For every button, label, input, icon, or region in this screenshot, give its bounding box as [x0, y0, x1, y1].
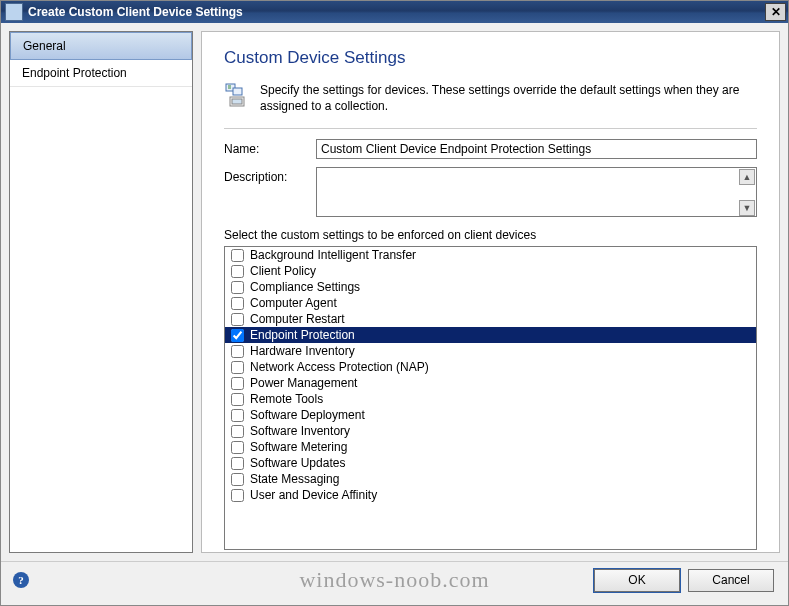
settings-item[interactable]: Compliance Settings [225, 279, 756, 295]
name-row: Name: [224, 139, 757, 159]
settings-item-label: Background Intelligent Transfer [250, 248, 416, 262]
intro-text: Specify the settings for devices. These … [260, 82, 757, 114]
dialog-body: GeneralEndpoint Protection Custom Device… [1, 23, 788, 561]
scroll-down-button[interactable]: ▼ [739, 200, 755, 216]
settings-item[interactable]: Computer Restart [225, 311, 756, 327]
window-system-icon [5, 3, 23, 21]
settings-item[interactable]: Remote Tools [225, 391, 756, 407]
sidebar-nav: GeneralEndpoint Protection [9, 31, 193, 553]
settings-item-checkbox[interactable] [231, 441, 244, 454]
settings-item-label: Remote Tools [250, 392, 323, 406]
settings-item[interactable]: Background Intelligent Transfer [225, 247, 756, 263]
settings-item[interactable]: Software Metering [225, 439, 756, 455]
settings-item-label: Network Access Protection (NAP) [250, 360, 429, 374]
description-label: Description: [224, 167, 316, 184]
name-input[interactable] [316, 139, 757, 159]
sidebar: GeneralEndpoint Protection [1, 23, 201, 561]
help-icon: ? [18, 574, 24, 586]
sidebar-item-endpoint-protection[interactable]: Endpoint Protection [10, 60, 192, 87]
sidebar-item-label: General [23, 39, 66, 53]
chevron-up-icon: ▲ [743, 172, 752, 182]
settings-item-label: Software Updates [250, 456, 345, 470]
settings-listbox[interactable]: Background Intelligent TransferClient Po… [224, 246, 757, 550]
settings-item[interactable]: Hardware Inventory [225, 343, 756, 359]
settings-item[interactable]: User and Device Affinity [225, 487, 756, 503]
settings-item[interactable]: Software Deployment [225, 407, 756, 423]
devices-icon [224, 82, 250, 108]
chevron-down-icon: ▼ [743, 203, 752, 213]
scroll-up-button[interactable]: ▲ [739, 169, 755, 185]
settings-item[interactable]: Computer Agent [225, 295, 756, 311]
close-button[interactable]: ✕ [765, 3, 786, 21]
sidebar-item-label: Endpoint Protection [22, 66, 127, 80]
ok-button[interactable]: OK [594, 569, 680, 592]
settings-item[interactable]: Software Inventory [225, 423, 756, 439]
settings-item-label: Compliance Settings [250, 280, 360, 294]
settings-item-checkbox[interactable] [231, 489, 244, 502]
watermark-text: windows-noob.com [299, 567, 489, 593]
settings-item-checkbox[interactable] [231, 377, 244, 390]
settings-item-checkbox[interactable] [231, 457, 244, 470]
settings-item-checkbox[interactable] [231, 265, 244, 278]
settings-item-label: Hardware Inventory [250, 344, 355, 358]
intro-row: Specify the settings for devices. These … [224, 82, 757, 114]
settings-item-label: User and Device Affinity [250, 488, 377, 502]
page-title: Custom Device Settings [224, 48, 757, 68]
footer: ? windows-noob.com OK Cancel [1, 561, 788, 598]
settings-item[interactable]: Network Access Protection (NAP) [225, 359, 756, 375]
sidebar-item-general[interactable]: General [10, 32, 192, 60]
settings-item-checkbox[interactable] [231, 473, 244, 486]
settings-item-checkbox[interactable] [231, 281, 244, 294]
settings-item[interactable]: State Messaging [225, 471, 756, 487]
settings-item[interactable]: Client Policy [225, 263, 756, 279]
settings-item[interactable]: Endpoint Protection [225, 327, 756, 343]
settings-item-label: State Messaging [250, 472, 339, 486]
settings-item-checkbox[interactable] [231, 297, 244, 310]
settings-item-checkbox[interactable] [231, 425, 244, 438]
settings-item-label: Power Management [250, 376, 357, 390]
settings-item-checkbox[interactable] [231, 393, 244, 406]
help-button[interactable]: ? [13, 572, 29, 588]
separator [224, 128, 757, 129]
settings-item-label: Computer Restart [250, 312, 345, 326]
settings-item-label: Endpoint Protection [250, 328, 355, 342]
settings-item-label: Software Metering [250, 440, 347, 454]
cancel-button[interactable]: Cancel [688, 569, 774, 592]
settings-item-checkbox[interactable] [231, 249, 244, 262]
settings-item-checkbox[interactable] [231, 361, 244, 374]
name-label: Name: [224, 139, 316, 156]
settings-item-checkbox[interactable] [231, 345, 244, 358]
settings-item-checkbox[interactable] [231, 329, 244, 342]
description-row: Description: ▲ ▼ [224, 167, 757, 220]
settings-item-checkbox[interactable] [231, 409, 244, 422]
settings-item-label: Client Policy [250, 264, 316, 278]
settings-list-label: Select the custom settings to be enforce… [224, 228, 757, 242]
svg-rect-1 [233, 88, 242, 95]
settings-item-label: Software Inventory [250, 424, 350, 438]
description-input[interactable] [316, 167, 757, 217]
settings-item[interactable]: Power Management [225, 375, 756, 391]
settings-item-label: Software Deployment [250, 408, 365, 422]
main-panel: Custom Device Settings Specify the setti… [201, 31, 780, 553]
svg-rect-3 [232, 99, 242, 104]
window-title: Create Custom Client Device Settings [28, 5, 243, 19]
settings-item-checkbox[interactable] [231, 313, 244, 326]
title-bar[interactable]: Create Custom Client Device Settings ✕ [1, 1, 788, 23]
settings-item-label: Computer Agent [250, 296, 337, 310]
settings-item[interactable]: Software Updates [225, 455, 756, 471]
dialog-window: Create Custom Client Device Settings ✕ G… [0, 0, 789, 606]
close-icon: ✕ [771, 5, 781, 19]
description-container: ▲ ▼ [316, 167, 757, 220]
